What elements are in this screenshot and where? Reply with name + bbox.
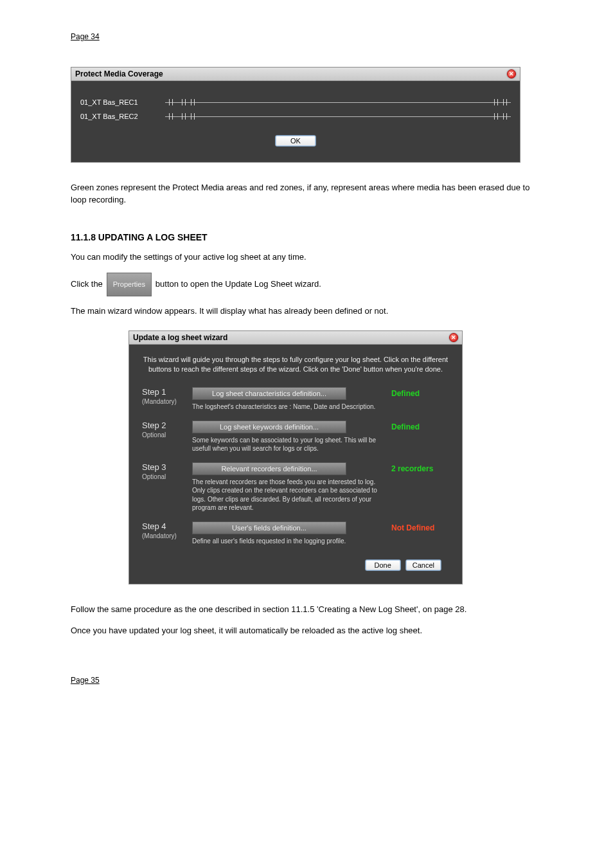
wizard-intro: This wizard will guide you through the s…: [142, 355, 449, 374]
protect-media-dialog: Protect Media Coverage ✕ 01_XT Bas_REC1 …: [71, 67, 520, 163]
close-icon[interactable]: ✕: [449, 333, 458, 342]
update-logsheet-wizard-dialog: Update a log sheet wizard ✕ This wizard …: [129, 330, 463, 584]
step-status: 2 recorders: [391, 462, 449, 512]
timeline: [165, 112, 511, 121]
text-run: button to open the Update Log Sheet wiza…: [155, 278, 321, 291]
step-button[interactable]: Log sheet characteristics definition...: [192, 387, 346, 400]
step-name: Step 2: [142, 420, 183, 430]
step-status: Defined: [391, 420, 449, 453]
dialog-title: Update a log sheet wizard: [133, 333, 227, 342]
step-name: Step 1: [142, 387, 183, 397]
step-description: Define all user's fields requested in th…: [192, 537, 382, 546]
step-description: Some keywords can be associated to your …: [192, 436, 382, 453]
paragraph: Once you have updated your log sheet, it…: [71, 625, 542, 637]
paragraph: Follow the same procedure as the one des…: [71, 604, 542, 616]
step-name: Step 4: [142, 521, 183, 531]
step-button[interactable]: Relevant recorders definition...: [192, 462, 346, 475]
wizard-step: Step 1 (Mandatory) Log sheet characteris…: [142, 387, 449, 411]
wizard-step: Step 2 Optional Log sheet keywords defin…: [142, 420, 449, 453]
ok-button[interactable]: OK: [275, 135, 316, 147]
paragraph: The main wizard window appears. It will …: [71, 305, 542, 318]
close-icon[interactable]: ✕: [507, 69, 516, 78]
wizard-step: Step 3 Optional Relevant recorders defin…: [142, 462, 449, 512]
page-number-bottom: Page 35: [71, 676, 542, 685]
step-status: Defined: [391, 387, 449, 411]
step-requirement: Optional: [142, 431, 183, 439]
step-requirement: Optional: [142, 473, 183, 480]
done-button[interactable]: Done: [365, 559, 401, 571]
paragraph: You can modify the settings of your acti…: [71, 251, 542, 264]
step-requirement: (Mandatory): [142, 398, 183, 405]
paragraph: Click the Properties button to open the …: [71, 273, 542, 297]
step-status: Not Defined: [391, 521, 449, 546]
paragraph: Green zones represent the Protect Media …: [71, 182, 542, 206]
dialog-titlebar: Update a log sheet wizard ✕: [129, 331, 462, 345]
step-description: The logsheet's characteristics are : Nam…: [192, 402, 382, 411]
text-run: Click the: [71, 278, 103, 291]
section-heading: 11.1.8 UPDATING A LOG SHEET: [71, 232, 542, 242]
cancel-button[interactable]: Cancel: [405, 559, 441, 571]
dialog-title: Protect Media Coverage: [75, 69, 163, 78]
wizard-step: Step 4 (Mandatory) User's fields definit…: [142, 521, 449, 546]
step-button[interactable]: User's fields definition...: [192, 521, 346, 534]
media-row: 01_XT Bas_REC1: [80, 98, 511, 107]
step-name: Step 3: [142, 462, 183, 472]
timeline: [165, 98, 511, 107]
step-requirement: (Mandatory): [142, 532, 183, 539]
recorder-label: 01_XT Bas_REC2: [80, 113, 157, 120]
step-button[interactable]: Log sheet keywords definition...: [192, 420, 346, 433]
properties-button[interactable]: Properties: [107, 273, 152, 297]
recorder-label: 01_XT Bas_REC1: [80, 98, 157, 106]
page-number-top: Page 34: [71, 32, 542, 41]
media-row: 01_XT Bas_REC2: [80, 112, 511, 121]
step-description: The relevant recorders are those feeds y…: [192, 478, 382, 512]
dialog-titlebar: Protect Media Coverage ✕: [71, 68, 520, 81]
